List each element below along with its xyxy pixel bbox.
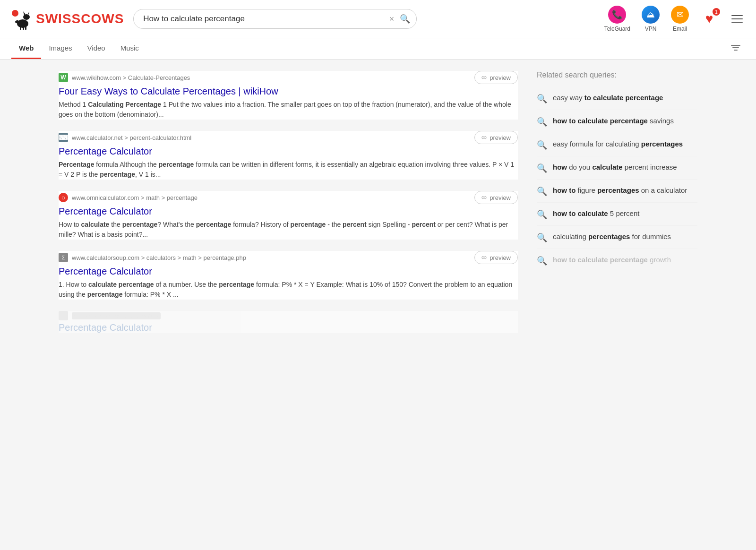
search-result: ○ www.omnicalculator.com > math > percen…: [59, 191, 518, 240]
hamburger-line: [731, 22, 743, 23]
vpn-label: VPN: [645, 26, 657, 32]
search-icon: 🔍: [537, 140, 547, 150]
search-icon: 🔍: [537, 163, 547, 173]
result-url: www.omnicalculator.com > math > percenta…: [72, 194, 198, 201]
result-favicon: ⌨: [59, 133, 68, 142]
related-text: how do you calculate percent increase: [553, 162, 677, 172]
result-url-row: Σ www.calculatorsoup.com > calculators >…: [59, 251, 518, 264]
related-search-item[interactable]: 🔍 easy way to calculate percentage: [537, 87, 697, 110]
filter-icon: [730, 43, 741, 53]
result-url-row: www.example.com > percentage: [59, 311, 518, 320]
result-url: www.calculatorsoup.com > calculators > m…: [72, 254, 246, 261]
result-url-left: W www.wikihow.com > Calculate-Percentage…: [59, 73, 190, 82]
preview-button[interactable]: ∞ preview: [474, 71, 518, 84]
preview-button[interactable]: ∞ preview: [474, 191, 518, 204]
svg-rect-7: [25, 26, 26, 30]
vpn-link[interactable]: ⛰ VPN: [642, 6, 660, 32]
teleguard-icon: 📞: [608, 6, 626, 24]
preview-button[interactable]: ∞ preview: [474, 131, 518, 144]
preview-label: preview: [490, 134, 511, 141]
result-favicon: W: [59, 73, 68, 82]
related-search-item[interactable]: 🔍 how to figure percentages on a calcula…: [537, 180, 697, 203]
result-url-row: W www.wikihow.com > Calculate-Percentage…: [59, 71, 518, 84]
result-snippet: Percentage formula Although the percenta…: [59, 160, 518, 180]
result-title[interactable]: Percentage Calculator: [59, 206, 518, 217]
svg-rect-5: [20, 26, 21, 30]
related-text: how to figure percentages on a calculato…: [553, 185, 687, 195]
logo-icon: [11, 8, 34, 30]
search-result: ⌨ www.calculator.net > percent-calculato…: [59, 131, 518, 180]
infinity-icon: ∞: [481, 193, 487, 202]
search-result: www.example.com > percentage Percentage …: [59, 311, 518, 333]
preview-button[interactable]: ∞ preview: [474, 251, 518, 264]
tab-music[interactable]: Music: [113, 38, 146, 59]
email-icon: ✉: [671, 6, 689, 24]
search-result: Σ www.calculatorsoup.com > calculators >…: [59, 251, 518, 300]
related-search-item[interactable]: 🔍 how to calculate percentage growth: [537, 249, 697, 272]
result-url-row: ○ www.omnicalculator.com > math > percen…: [59, 191, 518, 204]
result-url-left: ⌨ www.calculator.net > percent-calculato…: [59, 133, 191, 142]
favorites-badge: 1: [713, 8, 720, 16]
teleguard-link[interactable]: 📞 TeleGuard: [604, 6, 630, 32]
vpn-icon: ⛰: [642, 6, 660, 24]
email-link[interactable]: ✉ Email: [671, 6, 689, 32]
nav-tabs: Web Images Video Music: [0, 38, 756, 60]
search-submit-button[interactable]: 🔍: [398, 12, 412, 26]
hamburger-line: [731, 15, 743, 16]
hamburger-line: [731, 18, 743, 19]
search-icon: 🔍: [537, 256, 547, 266]
search-icon: 🔍: [537, 117, 547, 127]
result-favicon: Σ: [59, 253, 68, 262]
search-bar-container: × 🔍: [133, 9, 417, 29]
search-icon: 🔍: [537, 186, 547, 197]
related-text: how to calculate percentage growth: [553, 255, 671, 265]
teleguard-label: TeleGuard: [604, 26, 630, 32]
logo-text: SWISSCOWS: [36, 11, 124, 26]
favorites-icon: ♥ 1: [700, 10, 718, 28]
related-search-item[interactable]: 🔍 how to calculate percentage savings: [537, 110, 697, 133]
result-snippet: Method 1 Calculating Percentage 1 Put th…: [59, 100, 518, 120]
result-snippet: How to calculate the percentage? What's …: [59, 220, 518, 240]
result-url: www.example.com > percentage: [72, 312, 161, 319]
result-title[interactable]: Percentage Calculator: [59, 322, 518, 333]
filter-button[interactable]: [727, 39, 745, 59]
favorites-button[interactable]: ♥ 1: [700, 10, 718, 28]
related-text: easy formula for calculating percentages: [553, 139, 683, 149]
search-icon: 🔍: [537, 232, 547, 243]
search-result: W www.wikihow.com > Calculate-Percentage…: [59, 71, 518, 120]
result-url: www.calculator.net > percent-calculator.…: [72, 134, 191, 141]
infinity-icon: ∞: [481, 133, 487, 142]
related-search-item[interactable]: 🔍 how to calculate 5 percent: [537, 203, 697, 226]
result-url-left: Σ www.calculatorsoup.com > calculators >…: [59, 253, 246, 262]
result-snippet: 1. How to calculate percentage of a numb…: [59, 280, 518, 300]
search-icon: 🔍: [537, 209, 547, 220]
related-search-item[interactable]: 🔍 calculating percentages for dummies: [537, 226, 697, 249]
infinity-icon: ∞: [481, 73, 487, 82]
search-input[interactable]: [133, 9, 417, 29]
logo[interactable]: SWISSCOWS: [11, 8, 124, 30]
result-title[interactable]: Four Easy Ways to Calculate Percentages …: [59, 86, 518, 97]
search-icon: 🔍: [400, 14, 410, 24]
svg-rect-6: [23, 27, 24, 30]
related-search-item[interactable]: 🔍 how do you calculate percent increase: [537, 156, 697, 180]
result-title[interactable]: Percentage Calculator: [59, 266, 518, 277]
preview-label: preview: [490, 254, 511, 261]
tab-images[interactable]: Images: [41, 38, 79, 59]
related-text: how to calculate 5 percent: [553, 208, 639, 218]
header-right: 📞 TeleGuard ⛰ VPN ✉ Email ♥ 1: [604, 6, 745, 32]
hamburger-menu-button[interactable]: [730, 13, 745, 25]
related-text: easy way to calculate percentage: [553, 93, 663, 103]
result-title[interactable]: Percentage Calculator: [59, 146, 518, 157]
header: SWISSCOWS × 🔍 📞 TeleGuard ⛰ VPN ✉ Email: [0, 0, 756, 38]
tab-web[interactable]: Web: [11, 38, 41, 59]
svg-point-8: [12, 10, 18, 17]
search-clear-button[interactable]: ×: [387, 12, 396, 26]
result-url-row: ⌨ www.calculator.net > percent-calculato…: [59, 131, 518, 144]
tab-video[interactable]: Video: [80, 38, 113, 59]
main-content: W www.wikihow.com > Calculate-Percentage…: [47, 60, 709, 356]
svg-point-0: [17, 19, 28, 28]
preview-label: preview: [490, 194, 511, 201]
related-text: how to calculate percentage savings: [553, 116, 674, 126]
email-label: Email: [673, 26, 687, 32]
related-search-item[interactable]: 🔍 easy formula for calculating percentag…: [537, 133, 697, 156]
